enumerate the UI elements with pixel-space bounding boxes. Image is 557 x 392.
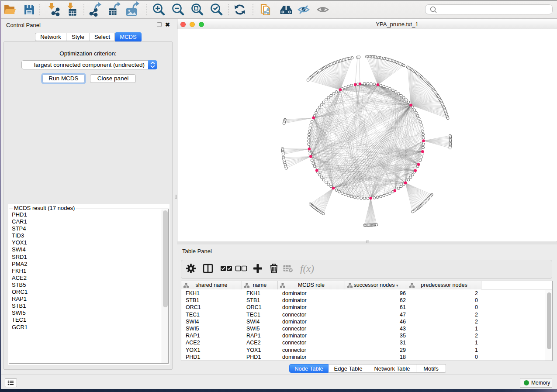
svg-text:f(x): f(x) [300,263,314,274]
